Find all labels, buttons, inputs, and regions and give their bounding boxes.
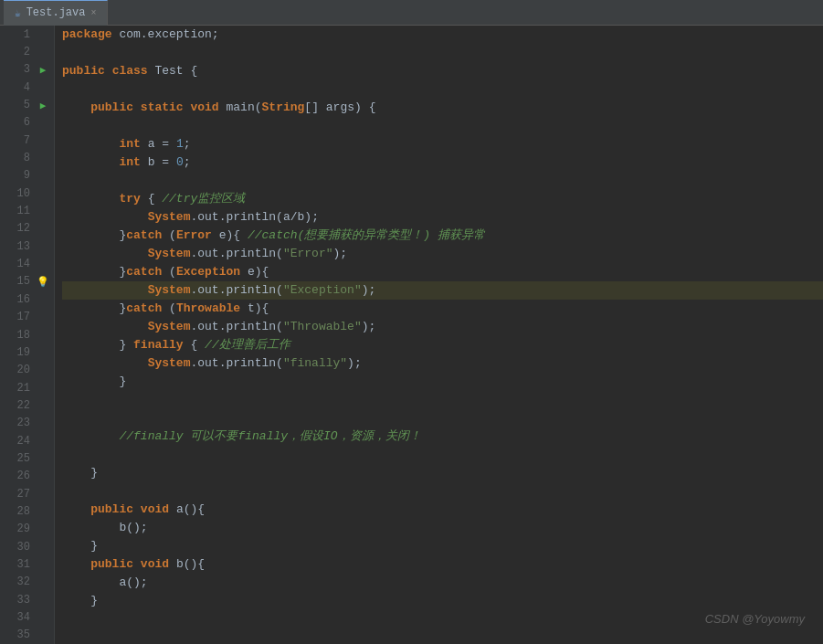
gutter-row: 12	[0, 220, 54, 238]
code-line: } finally { //处理善后工作	[62, 336, 823, 354]
gutter-row: 25	[0, 449, 54, 467]
warning-icon[interactable]: 💡	[36, 274, 50, 289]
line-number: 15	[0, 275, 36, 288]
line-number: 7	[0, 134, 36, 147]
gutter-empty	[36, 151, 50, 165]
gutter-empty	[36, 451, 50, 466]
code-editor[interactable]: package com.exception; public class Test…	[55, 26, 823, 644]
code-line: System.out.println("Throwable");	[62, 318, 823, 336]
line-number: 27	[0, 488, 36, 501]
line-number: 18	[0, 329, 36, 342]
code-line: }	[62, 592, 823, 610]
gutter-row: 16	[0, 290, 54, 308]
line-number: 25	[0, 452, 36, 465]
gutter-empty	[36, 381, 50, 396]
line-number: 33	[0, 594, 36, 607]
gutter-empty	[36, 593, 50, 607]
line-number: 13	[0, 240, 36, 253]
gutter-row: 2	[0, 43, 54, 60]
gutter-row: 24	[0, 432, 54, 449]
tab-bar: ☕ Test.java ×	[0, 0, 823, 26]
line-gutter: 123▶45▶6789101112131415💡1617181920212223…	[0, 26, 55, 644]
gutter-empty	[36, 204, 50, 218]
line-number: 30	[0, 541, 36, 554]
code-line	[62, 44, 823, 62]
gutter-empty	[36, 522, 50, 536]
line-number: 19	[0, 346, 36, 359]
gutter-row: 28	[0, 502, 54, 520]
gutter-row: 7	[0, 132, 54, 149]
gutter-row: 19	[0, 343, 54, 361]
run-icon[interactable]: ▶	[36, 98, 50, 112]
tab-label: Test.java	[26, 6, 86, 19]
gutter-empty	[36, 239, 50, 254]
gutter-row: 3▶	[0, 61, 54, 79]
line-number: 2	[0, 46, 36, 58]
ide-window: ☕ Test.java × 123▶45▶6789101112131415💡16…	[0, 0, 823, 644]
gutter-empty	[36, 504, 50, 519]
file-tab[interactable]: ☕ Test.java ×	[4, 0, 108, 26]
line-number: 35	[0, 628, 36, 641]
line-number: 16	[0, 293, 36, 306]
code-line	[62, 80, 823, 99]
gutter-row: 27	[0, 485, 54, 502]
gutter-empty	[36, 292, 50, 307]
gutter-row: 22	[0, 396, 54, 414]
gutter-row: 13	[0, 238, 54, 255]
gutter-row: 23	[0, 415, 54, 432]
line-number: 17	[0, 311, 36, 323]
code-line	[62, 391, 823, 409]
gutter-row: 32	[0, 574, 54, 591]
line-number: 12	[0, 222, 36, 235]
gutter-empty	[36, 416, 50, 430]
gutter-empty	[36, 45, 50, 59]
gutter-row: 20	[0, 362, 54, 379]
line-number: 24	[0, 435, 36, 448]
gutter-empty	[36, 115, 50, 130]
gutter-empty	[36, 328, 50, 343]
line-number: 5	[0, 99, 36, 111]
gutter-empty	[36, 398, 50, 413]
gutter-row: 29	[0, 521, 54, 538]
gutter-empty	[36, 434, 50, 449]
gutter-empty	[36, 540, 50, 554]
code-line: public class Test {	[62, 62, 823, 80]
code-line: System.out.println("finally");	[62, 354, 823, 373]
code-line	[62, 446, 823, 464]
gutter-empty	[36, 310, 50, 324]
close-tab-button[interactable]: ×	[90, 8, 96, 18]
code-line	[62, 409, 823, 428]
line-number: 11	[0, 205, 36, 217]
gutter-row: 14	[0, 255, 54, 272]
code-line: package com.exception;	[62, 26, 823, 44]
gutter-empty	[36, 363, 50, 377]
line-number: 9	[0, 169, 36, 182]
gutter-empty	[36, 133, 50, 148]
editor-area: 123▶45▶6789101112131415💡1617181920212223…	[0, 26, 823, 644]
gutter-row: 35	[0, 627, 54, 644]
line-number: 32	[0, 575, 36, 588]
run-icon[interactable]: ▶	[36, 62, 50, 77]
gutter-empty	[36, 221, 50, 236]
gutter-row: 5▶	[0, 96, 54, 113]
line-number: 6	[0, 116, 36, 129]
code-line	[62, 172, 823, 190]
code-line: }catch (Error e){ //catch(想要捕获的异常类型！) 捕获…	[62, 227, 823, 245]
code-line: public static void main(String[] args) {	[62, 99, 823, 117]
code-line: }	[62, 464, 823, 482]
code-line: public void b(){	[62, 555, 823, 574]
code-line: public void a(){	[62, 501, 823, 519]
gutter-empty	[36, 469, 50, 483]
java-file-icon: ☕	[15, 7, 21, 19]
code-line	[62, 482, 823, 501]
code-line: }	[62, 373, 823, 391]
line-number: 28	[0, 505, 36, 518]
gutter-row: 8	[0, 149, 54, 166]
code-line: }catch (Throwable t){	[62, 300, 823, 318]
gutter-row: 15💡	[0, 273, 54, 290]
line-number: 1	[0, 28, 36, 41]
code-line: a();	[62, 574, 823, 592]
gutter-empty	[36, 168, 50, 183]
code-line: }catch (Exception e){	[62, 263, 823, 281]
gutter-row: 26	[0, 468, 54, 485]
